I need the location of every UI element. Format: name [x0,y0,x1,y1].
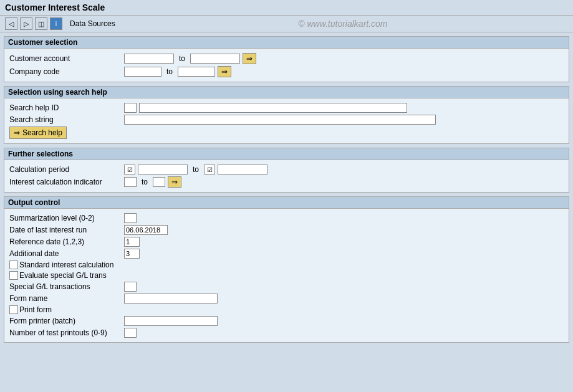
search-help-body: Search help ID Search string ⇒ Search he… [4,98,569,143]
customer-account-row: Customer account to ⇒ [9,53,564,64]
standard-interest-label: Standard interest calculation [19,261,113,269]
customer-account-arrow[interactable]: ⇒ [243,53,256,64]
company-code-row: Company code to ⇒ [9,66,564,77]
interest-calc-row: Interest calculation indicator to ⇒ [9,176,564,188]
reference-date-label: Reference date (1,2,3) [9,237,122,246]
last-interest-run-input[interactable] [124,225,168,235]
customer-selection-body: Customer account to ⇒ Company code to ⇒ [4,49,569,82]
special-gl-row: Special G/L transactions [9,282,564,292]
additional-date-row: Additional date [9,249,564,259]
calc-period-to-checkbox[interactable]: ☑ [204,165,215,174]
info-icon[interactable]: i [50,17,62,30]
num-test-printouts-row: Number of test printouts (0-9) [9,328,564,338]
form-printer-label: Form printer (batch) [9,317,122,325]
interest-calc-to[interactable] [153,177,165,187]
summarization-label: Summarization level (0-2) [9,214,122,222]
toolbar: ◁ ▷ ◫ i Data Sources © www.tutorialkart.… [0,16,573,32]
standard-interest-checkbox[interactable] [9,261,18,269]
back-icon[interactable]: ◁ [5,17,17,30]
evaluate-gl-row: Evaluate special G/L trans [9,271,564,280]
search-string-row: Search string [9,115,564,125]
interest-calc-to-label: to [142,178,148,186]
output-control-header: Output control [4,197,569,209]
calculation-period-label: Calculation period [9,165,122,174]
output-control-body: Summarization level (0-2) Date of last i… [4,209,569,342]
company-code-to-label: to [166,67,173,76]
customer-account-to-label: to [179,54,185,63]
search-help-header: Selection using search help [4,87,569,98]
search-help-arrow-icon: ⇒ [14,128,20,137]
additional-date-input[interactable] [124,249,140,259]
company-code-from[interactable] [124,67,161,77]
additional-date-label: Additional date [9,249,122,258]
calc-period-from-checkbox[interactable]: ☑ [124,165,135,174]
evaluate-gl-label: Evaluate special G/L trans [19,271,107,280]
search-help-button-label: Search help [22,128,62,137]
save-icon[interactable]: ◫ [35,17,47,30]
interest-calc-label: Interest calculation indicator [9,178,122,186]
page-title: Customer Interest Scale [0,0,573,16]
last-interest-run-label: Date of last interest run [9,226,122,234]
form-printer-row: Form printer (batch) [9,316,564,326]
form-name-input[interactable] [124,294,218,304]
search-help-section: Selection using search help Search help … [4,86,569,144]
print-form-label: Print form [19,305,52,314]
customer-account-label: Customer account [9,54,122,63]
company-code-to[interactable] [178,67,215,77]
summarization-input[interactable] [124,213,137,223]
further-selections-section: Further selections Calculation period ☑ … [4,148,569,193]
watermark: © www.tutorialkart.com [118,19,568,29]
customer-account-from[interactable] [124,54,174,64]
search-string-input[interactable] [124,115,436,125]
further-selections-header: Further selections [4,148,569,160]
num-test-printouts-label: Number of test printouts (0-9) [9,328,122,337]
interest-calc-from[interactable] [124,177,137,187]
special-gl-input[interactable] [124,282,137,292]
calc-period-from[interactable] [138,165,188,174]
output-control-section: Output control Summarization level (0-2)… [4,196,569,343]
reference-date-input[interactable] [124,237,140,247]
num-test-printouts-input[interactable] [124,328,137,338]
print-form-row: Print form [9,305,564,314]
special-gl-label: Special G/L transactions [9,282,122,291]
evaluate-gl-checkbox[interactable] [9,271,18,280]
search-help-id-input[interactable] [124,103,137,113]
standard-interest-row: Standard interest calculation [9,261,564,269]
further-selections-body: Calculation period ☑ to ☑ Interest calcu… [4,160,569,192]
calc-period-to[interactable] [218,165,267,174]
forward-icon[interactable]: ▷ [20,17,32,30]
customer-selection-header: Customer selection [4,37,569,49]
form-name-row: Form name [9,294,564,304]
search-help-id-value[interactable] [139,103,407,113]
print-form-checkbox[interactable] [9,305,18,314]
calculation-period-row: Calculation period ☑ to ☑ [9,165,564,174]
customer-account-to[interactable] [190,54,240,64]
reference-date-row: Reference date (1,2,3) [9,237,564,247]
data-sources-label[interactable]: Data Sources [70,19,115,28]
calc-period-to-label: to [193,165,199,174]
company-code-label: Company code [9,67,122,76]
summarization-row: Summarization level (0-2) [9,213,564,223]
main-content: Customer selection Customer account to ⇒… [0,32,573,347]
form-name-label: Form name [9,294,122,303]
interest-calc-arrow[interactable]: ⇒ [168,176,181,188]
search-string-label: Search string [9,115,122,124]
form-printer-input[interactable] [124,316,218,326]
search-help-btn-row: ⇒ Search help [9,127,564,139]
company-code-arrow[interactable]: ⇒ [218,66,231,77]
search-help-button[interactable]: ⇒ Search help [9,127,67,139]
last-interest-run-row: Date of last interest run [9,225,564,235]
customer-selection-section: Customer selection Customer account to ⇒… [4,36,569,82]
search-help-id-label: Search help ID [9,103,122,112]
search-help-id-row: Search help ID [9,103,564,113]
